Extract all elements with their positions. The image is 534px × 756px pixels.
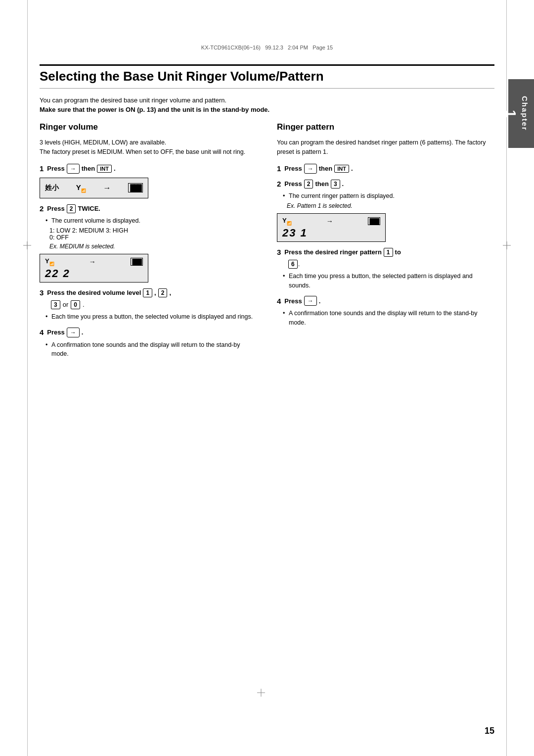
pat-step4-line: 4 Press →.: [277, 296, 494, 306]
vol-step3-num: 3: [40, 288, 44, 297]
pat-step4-num: 4: [277, 297, 281, 305]
doc-header-text: KX-TCD961CXB(06~16) 99.12.3 2:04 PM Page…: [201, 45, 333, 50]
pat-step3-key6-row: 6.: [288, 260, 494, 269]
vol-step4-bullets: A confirmation tone sounds and the displ…: [45, 340, 257, 359]
vol-step1-arrow-btn: →: [67, 164, 80, 174]
vol-step3-key1: 1: [143, 288, 152, 297]
page-title: Selecting the Base Unit Ringer Volume/Pa…: [40, 69, 494, 89]
pat-step4-bullet1: A confirmation tone sounds and the displ…: [283, 309, 494, 328]
two-col-layout: Ringer volume 3 levels (HIGH, MEDIUM, LO…: [40, 122, 494, 365]
vol-display-large: 22 2: [45, 267, 70, 280]
vol-step3-text: Press the desired volume level: [47, 289, 141, 296]
signal-bars-3: Y📶: [282, 217, 292, 226]
pat-step4-bullets: A confirmation tone sounds and the displ…: [283, 309, 494, 328]
vol-step2-key2-btn: 2: [67, 204, 76, 213]
pat-step3-line: 3 Press the desired ringer pattern 1 to: [277, 248, 494, 257]
pat-display-large: 23 1: [282, 227, 308, 239]
pat-step2-key2: 2: [304, 180, 313, 189]
arrow-display-3: →: [326, 217, 333, 225]
vol-desc-line1: 3 levels (HIGH, MEDIUM, LOW) are availab…: [40, 138, 257, 147]
signal-bars-2: Y📶: [45, 257, 54, 266]
pat-step3-num: 3: [277, 248, 281, 256]
pat-step1-then: then: [319, 165, 332, 172]
pat-step3-key1: 1: [384, 248, 393, 257]
crosshair-right-mid: [503, 241, 511, 249]
pat-step2-bullet1: The current ringer pattern is displayed.: [283, 191, 494, 201]
pat-step1: 1 Press → then INT.: [277, 164, 494, 174]
vol-step2-ex: Ex. MEDIUM is selected.: [49, 243, 257, 250]
ringer-volume-title: Ringer volume: [40, 122, 257, 132]
vol-step4-arrow-btn: →: [67, 328, 80, 337]
signal-icon-1: 姓小: [45, 184, 59, 192]
header-line: KX-TCD961CXB(06~16) 99.12.3 2:04 PM Page…: [40, 45, 494, 50]
left-margin: [27, 0, 28, 756]
vol-step2-press: Press: [47, 205, 64, 212]
top-border: [40, 64, 494, 66]
pat-step2-press: Press: [284, 180, 302, 188]
pat-step1-line: 1 Press → then INT.: [277, 164, 494, 174]
crosshair-left-mid: [23, 241, 31, 249]
pat-step2-then: then: [315, 180, 328, 188]
vol-step3-key0: 0: [71, 300, 80, 309]
pat-step4-arrow-btn: →: [304, 296, 317, 306]
vol-step2-bullets: The current volume is displayed.: [45, 216, 257, 226]
vol-step3-bullets: Each time you press a button, the select…: [45, 312, 257, 322]
pat-step4-press: Press: [284, 297, 302, 305]
page-container: KX-TCD961CXB(06~16) 99.12.3 2:04 PM Page…: [0, 0, 534, 756]
vol-step1-then: then: [82, 165, 95, 172]
vol-step1-line: 1 Press → then INT.: [40, 164, 257, 174]
page-number: 15: [485, 726, 494, 736]
vol-step4-line: 4 Press →.: [40, 328, 257, 337]
vol-desc-line2: The factory preset is MEDIUM. When set t…: [40, 147, 257, 157]
ringer-volume-col: Ringer volume 3 levels (HIGH, MEDIUM, LO…: [40, 122, 257, 365]
pat-step1-press: Press: [284, 165, 302, 172]
pat-step2: 2 Press 2 then 3. The current ringer pat…: [277, 180, 494, 242]
arrow-display-1: →: [103, 184, 111, 192]
vol-step4-press: Press: [47, 329, 64, 336]
intro-text: You can program the desired base unit ri…: [40, 96, 494, 104]
pat-step3-bullet1: Each time you press a button, the select…: [283, 272, 494, 290]
vol-levels-info: 1: LOW 2: MEDIUM 3: HIGH 0: OFF: [49, 227, 257, 241]
vol-step2-twice: TWICE.: [78, 205, 100, 212]
battery-icon-2: ███: [131, 258, 143, 266]
vol-step3-bullet1: Each time you press a button, the select…: [45, 312, 257, 322]
vol-step1-press: Press: [47, 165, 64, 172]
pat-step4: 4 Press →. A confirmation tone sounds an…: [277, 296, 494, 328]
vol-step3-key3: 3: [51, 300, 60, 309]
vol-step2: 2 Press 2 TWICE. The current volume is d…: [40, 204, 257, 283]
ringer-pattern-title: Ringer pattern: [277, 122, 494, 132]
signal-bars-1: Y📶: [76, 183, 86, 193]
chapter-number: 1: [503, 110, 519, 118]
ringer-volume-desc: 3 levels (HIGH, MEDIUM, LOW) are availab…: [40, 138, 257, 157]
pat-step2-key3: 3: [331, 180, 340, 189]
pat-step2-ex: Ex. Pattern 1 is selected.: [287, 202, 494, 209]
vol-step4-num: 4: [40, 328, 44, 336]
vol-step3-line2: 3 or 0.: [50, 300, 257, 309]
pat-step3-text: Press the desired ringer pattern: [284, 248, 382, 256]
chapter-label: Chapter: [521, 96, 529, 131]
pat-step1-num: 1: [277, 164, 281, 173]
pat-step2-line: 2 Press 2 then 3.: [277, 180, 494, 189]
vol-step1-display: 姓小 Y📶 → ███: [40, 178, 148, 198]
chapter-tab: Chapter 1 Preparation: [508, 79, 534, 148]
pat-step1-arrow-btn: →: [304, 164, 317, 174]
vol-step2-num: 2: [40, 204, 44, 213]
pat-step3-key6: 6: [288, 260, 298, 269]
battery-icon-1: ███: [128, 183, 143, 192]
vol-step1: 1 Press → then INT. 姓小 Y📶 → ███: [40, 164, 257, 198]
vol-step1-num: 1: [40, 164, 44, 173]
pat-step3-bullets: Each time you press a button, the select…: [283, 272, 494, 290]
vol-step4-bullet1: A confirmation tone sounds and the displ…: [45, 340, 257, 359]
main-content: Selecting the Base Unit Ringer Volume/Pa…: [40, 64, 494, 716]
pat-step3-to: to: [395, 248, 401, 256]
pat-step2-bullets: The current ringer pattern is displayed.: [283, 191, 494, 201]
pat-step1-int-btn: INT: [334, 165, 349, 173]
arrow-display-2: →: [89, 258, 96, 266]
ringer-pattern-col: Ringer pattern You can program the desir…: [277, 122, 494, 333]
pat-step2-num: 2: [277, 180, 281, 188]
vol-step2-line: 2 Press 2 TWICE.: [40, 204, 257, 213]
battery-icon-3: ███: [368, 217, 380, 225]
vol-step3-line: 3 Press the desired volume level 1, 2,: [40, 288, 257, 297]
vol-step3: 3 Press the desired volume level 1, 2, 3…: [40, 288, 257, 322]
vol-step1-int-btn: INT: [97, 165, 112, 173]
